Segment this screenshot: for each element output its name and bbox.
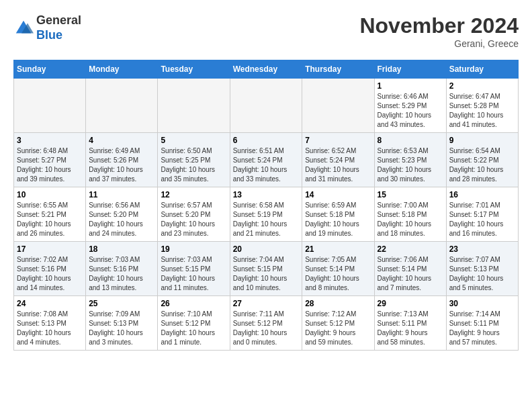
calendar-cell: 8Sunrise: 6:53 AM Sunset: 5:23 PM Daylig… <box>374 133 446 187</box>
day-info: Sunrise: 6:56 AM Sunset: 5:20 PM Dayligh… <box>89 201 154 238</box>
calendar-cell: 19Sunrise: 7:03 AM Sunset: 5:15 PM Dayli… <box>158 242 230 296</box>
day-info: Sunrise: 7:01 AM Sunset: 5:17 PM Dayligh… <box>449 201 515 238</box>
calendar-cell: 26Sunrise: 7:10 AM Sunset: 5:12 PM Dayli… <box>158 296 230 351</box>
calendar-cell: 25Sunrise: 7:09 AM Sunset: 5:13 PM Dayli… <box>86 296 158 351</box>
day-number: 12 <box>161 190 226 199</box>
calendar-cell: 27Sunrise: 7:11 AM Sunset: 5:12 PM Dayli… <box>230 296 302 351</box>
day-number: 15 <box>378 190 443 199</box>
day-info: Sunrise: 7:02 AM Sunset: 5:16 PM Dayligh… <box>17 255 83 293</box>
day-number: 29 <box>378 299 443 308</box>
calendar-cell: 12Sunrise: 6:57 AM Sunset: 5:20 PM Dayli… <box>158 187 230 242</box>
day-number: 16 <box>449 190 515 199</box>
day-number: 1 <box>378 81 443 91</box>
calendar-cell: 16Sunrise: 7:01 AM Sunset: 5:17 PM Dayli… <box>446 187 518 242</box>
calendar-cell: 7Sunrise: 6:52 AM Sunset: 5:24 PM Daylig… <box>302 133 374 187</box>
day-info: Sunrise: 6:58 AM Sunset: 5:19 PM Dayligh… <box>233 201 300 238</box>
day-info: Sunrise: 7:10 AM Sunset: 5:12 PM Dayligh… <box>161 310 226 347</box>
calendar-cell: 18Sunrise: 7:03 AM Sunset: 5:16 PM Dayli… <box>86 242 158 296</box>
day-info: Sunrise: 7:07 AM Sunset: 5:13 PM Dayligh… <box>449 255 515 293</box>
day-number: 20 <box>233 244 300 254</box>
day-number: 21 <box>305 244 371 254</box>
day-number: 24 <box>17 299 83 308</box>
calendar-cell: 5Sunrise: 6:50 AM Sunset: 5:25 PM Daylig… <box>158 133 230 187</box>
calendar-cell: 3Sunrise: 6:48 AM Sunset: 5:27 PM Daylig… <box>14 133 86 187</box>
day-info: Sunrise: 7:11 AM Sunset: 5:12 PM Dayligh… <box>233 310 300 347</box>
calendar-cell: 24Sunrise: 7:08 AM Sunset: 5:13 PM Dayli… <box>14 296 86 351</box>
calendar-cell: 4Sunrise: 6:49 AM Sunset: 5:26 PM Daylig… <box>86 133 158 187</box>
day-number: 22 <box>378 244 443 254</box>
day-info: Sunrise: 6:55 AM Sunset: 5:21 PM Dayligh… <box>17 201 83 238</box>
day-number: 11 <box>89 190 154 199</box>
day-info: Sunrise: 6:59 AM Sunset: 5:18 PM Dayligh… <box>305 201 371 238</box>
calendar-cell: 14Sunrise: 6:59 AM Sunset: 5:18 PM Dayli… <box>302 187 374 242</box>
day-number: 13 <box>233 190 300 199</box>
day-info: Sunrise: 7:09 AM Sunset: 5:13 PM Dayligh… <box>89 310 154 347</box>
calendar-cell: 23Sunrise: 7:07 AM Sunset: 5:13 PM Dayli… <box>446 242 518 296</box>
calendar-week-row: 17Sunrise: 7:02 AM Sunset: 5:16 PM Dayli… <box>14 242 519 296</box>
day-info: Sunrise: 6:50 AM Sunset: 5:25 PM Dayligh… <box>161 146 226 184</box>
day-number: 17 <box>17 244 83 254</box>
calendar-week-row: 1Sunrise: 6:46 AM Sunset: 5:29 PM Daylig… <box>14 79 519 133</box>
day-number: 2 <box>449 81 515 91</box>
calendar-cell: 11Sunrise: 6:56 AM Sunset: 5:20 PM Dayli… <box>86 187 158 242</box>
day-number: 7 <box>305 136 371 145</box>
weekday-header: Thursday <box>302 60 374 79</box>
day-info: Sunrise: 6:57 AM Sunset: 5:20 PM Dayligh… <box>161 201 226 238</box>
logo-icon <box>13 18 34 38</box>
month-title: November 2024 <box>359 13 519 38</box>
day-info: Sunrise: 6:52 AM Sunset: 5:24 PM Dayligh… <box>305 146 371 184</box>
day-number: 19 <box>161 244 226 254</box>
calendar-cell: 20Sunrise: 7:04 AM Sunset: 5:15 PM Dayli… <box>230 242 302 296</box>
day-number: 4 <box>89 136 154 145</box>
weekday-header: Monday <box>86 60 158 79</box>
day-info: Sunrise: 7:06 AM Sunset: 5:14 PM Dayligh… <box>378 255 443 293</box>
day-info: Sunrise: 6:46 AM Sunset: 5:29 PM Dayligh… <box>378 92 443 130</box>
day-info: Sunrise: 7:03 AM Sunset: 5:15 PM Dayligh… <box>161 255 226 293</box>
day-number: 18 <box>89 244 154 254</box>
weekday-header-row: SundayMondayTuesdayWednesdayThursdayFrid… <box>14 60 519 79</box>
calendar-cell: 2Sunrise: 6:47 AM Sunset: 5:28 PM Daylig… <box>446 79 518 133</box>
calendar-cell: 6Sunrise: 6:51 AM Sunset: 5:24 PM Daylig… <box>230 133 302 187</box>
day-info: Sunrise: 6:53 AM Sunset: 5:23 PM Dayligh… <box>378 146 443 184</box>
calendar-cell: 10Sunrise: 6:55 AM Sunset: 5:21 PM Dayli… <box>14 187 86 242</box>
day-number: 6 <box>233 136 300 145</box>
calendar-cell: 30Sunrise: 7:14 AM Sunset: 5:11 PM Dayli… <box>446 296 518 351</box>
day-number: 26 <box>161 299 226 308</box>
day-info: Sunrise: 6:51 AM Sunset: 5:24 PM Dayligh… <box>233 146 300 184</box>
calendar-cell <box>302 79 374 133</box>
logo-text: General Blue <box>36 13 81 42</box>
calendar-week-row: 3Sunrise: 6:48 AM Sunset: 5:27 PM Daylig… <box>14 133 519 187</box>
page-header: General Blue November 2024 Gerani, Greec… <box>13 13 519 49</box>
calendar-week-row: 10Sunrise: 6:55 AM Sunset: 5:21 PM Dayli… <box>14 187 519 242</box>
calendar-cell: 13Sunrise: 6:58 AM Sunset: 5:19 PM Dayli… <box>230 187 302 242</box>
day-info: Sunrise: 7:14 AM Sunset: 5:11 PM Dayligh… <box>449 310 515 347</box>
day-number: 3 <box>17 136 83 145</box>
calendar-cell <box>230 79 302 133</box>
calendar-cell: 15Sunrise: 7:00 AM Sunset: 5:18 PM Dayli… <box>374 187 446 242</box>
day-number: 8 <box>378 136 443 145</box>
weekday-header: Tuesday <box>158 60 230 79</box>
calendar-cell: 17Sunrise: 7:02 AM Sunset: 5:16 PM Dayli… <box>14 242 86 296</box>
day-number: 27 <box>233 299 300 308</box>
weekday-header: Wednesday <box>230 60 302 79</box>
weekday-header: Saturday <box>446 60 518 79</box>
calendar-cell <box>86 79 158 133</box>
day-number: 25 <box>89 299 154 308</box>
weekday-header: Friday <box>374 60 446 79</box>
day-info: Sunrise: 6:54 AM Sunset: 5:22 PM Dayligh… <box>449 146 515 184</box>
calendar-cell <box>14 79 86 133</box>
day-info: Sunrise: 7:08 AM Sunset: 5:13 PM Dayligh… <box>17 310 83 347</box>
weekday-header: Sunday <box>14 60 86 79</box>
day-info: Sunrise: 7:04 AM Sunset: 5:15 PM Dayligh… <box>233 255 300 293</box>
day-number: 14 <box>305 190 371 199</box>
calendar-cell: 21Sunrise: 7:05 AM Sunset: 5:14 PM Dayli… <box>302 242 374 296</box>
title-section: November 2024 Gerani, Greece <box>359 13 519 49</box>
day-number: 23 <box>449 244 515 254</box>
calendar-cell: 1Sunrise: 6:46 AM Sunset: 5:29 PM Daylig… <box>374 79 446 133</box>
day-info: Sunrise: 7:03 AM Sunset: 5:16 PM Dayligh… <box>89 255 154 293</box>
day-info: Sunrise: 7:13 AM Sunset: 5:11 PM Dayligh… <box>378 310 443 347</box>
logo: General Blue <box>13 13 81 42</box>
location: Gerani, Greece <box>359 38 519 49</box>
day-info: Sunrise: 6:47 AM Sunset: 5:28 PM Dayligh… <box>449 92 515 130</box>
calendar-cell: 28Sunrise: 7:12 AM Sunset: 5:12 PM Dayli… <box>302 296 374 351</box>
